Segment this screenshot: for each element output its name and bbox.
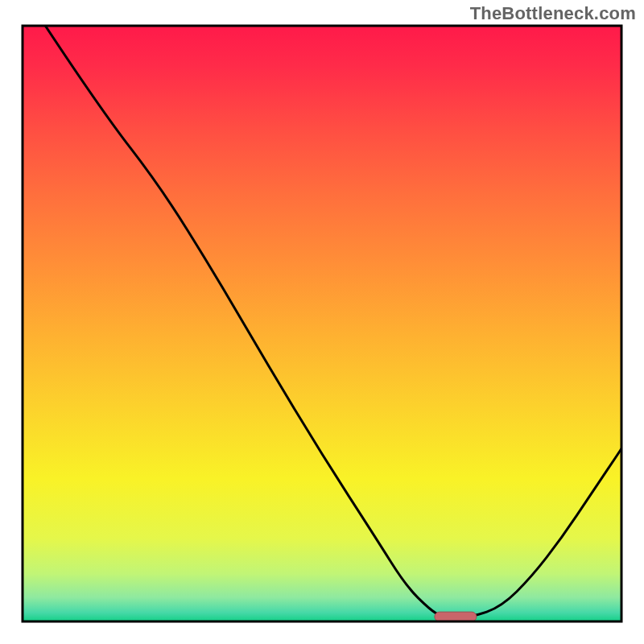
bottleneck-chart xyxy=(0,0,644,644)
plot-background xyxy=(23,26,621,621)
optimal-marker xyxy=(435,612,477,621)
watermark-text: TheBottleneck.com xyxy=(470,3,636,24)
